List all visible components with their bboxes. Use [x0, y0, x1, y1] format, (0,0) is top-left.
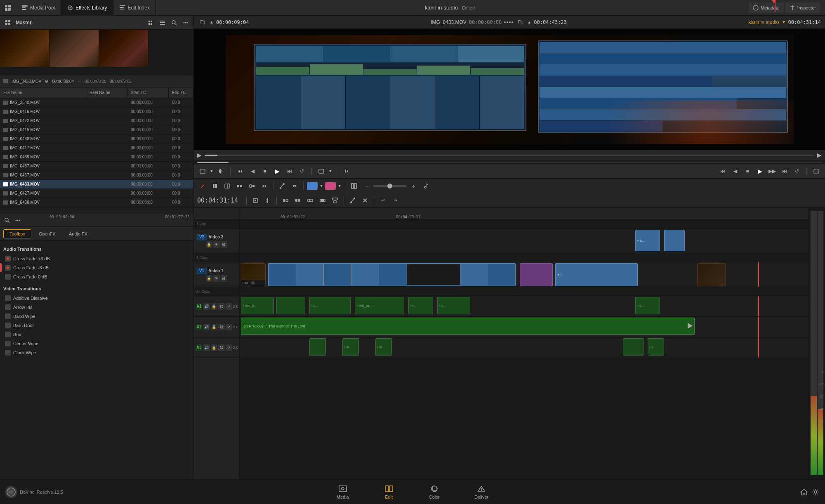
file-row[interactable]: IMG_0468.MOV 00:00:00:00 00:0 — [0, 134, 193, 144]
v1-clip-thumb[interactable]: + IM... — [241, 263, 266, 286]
play-btn[interactable]: ▶ — [272, 166, 283, 177]
nav-color[interactable]: Color — [424, 482, 445, 502]
a3-clip-4[interactable] — [623, 338, 644, 356]
effect-arrow-iris[interactable]: Arrow Iris — [3, 303, 190, 312]
edit-tool-1[interactable] — [210, 181, 220, 191]
stop-btn[interactable]: ■ — [259, 166, 270, 177]
nav-deliver[interactable]: Deliver — [469, 482, 493, 502]
search-effects-btn[interactable] — [2, 216, 12, 225]
a1-curve-btn[interactable]: ↗ — [226, 303, 232, 310]
loop-btn[interactable]: ↺ — [297, 166, 307, 177]
tl-ovr-btn[interactable] — [292, 195, 303, 206]
file-row[interactable]: IMG_0457.MOV 00:00:00:00 00:3 — [0, 162, 193, 171]
settings-btn[interactable] — [811, 488, 820, 497]
a3-curve-btn[interactable]: ↗ — [226, 344, 232, 351]
source-mode-btn[interactable] — [197, 166, 208, 177]
a2-mute-btn[interactable]: 🔒 — [211, 324, 217, 330]
v1-link-btn[interactable]: ⛓ — [221, 275, 227, 282]
v1-clip-end[interactable]: + I... — [555, 263, 638, 286]
tl-ins-btn[interactable] — [280, 195, 291, 206]
a1-mute-btn[interactable]: 🔒 — [211, 303, 217, 310]
tab-openfx[interactable]: OpenFX — [33, 230, 61, 238]
v2-lock-btn[interactable]: 🔒 — [206, 241, 212, 248]
prog-play-btn[interactable]: ▶ — [754, 166, 765, 177]
file-row[interactable]: IMG_3540.MOV 00:00:00:00 00:0 — [0, 98, 193, 107]
skip-start-btn[interactable]: ⏮ — [235, 166, 245, 177]
file-row[interactable]: IMG_0467.MOV 00:00:00:00 00:0 — [0, 171, 193, 180]
inspector-button[interactable]: Inspector — [785, 2, 820, 13]
a3-clip-3[interactable]: + IM — [375, 338, 392, 356]
arrow-tool-btn[interactable]: ↗ — [197, 181, 208, 191]
effect-clock-wipe[interactable]: Clock Wipe — [3, 348, 190, 357]
color-indicator-pink[interactable] — [325, 182, 336, 190]
tl-fit-btn[interactable] — [317, 195, 328, 206]
prog-loop-btn[interactable]: ↺ — [792, 166, 802, 177]
more-pool-btn[interactable] — [181, 18, 190, 27]
effect-crossfade-0[interactable]: Cross Fade 0 dB — [3, 272, 190, 281]
tl-blade-btn[interactable] — [262, 195, 273, 206]
v2-clip-1[interactable]: + S... — [635, 230, 660, 251]
a3-clip-1[interactable] — [309, 338, 326, 356]
tl-cut-btn[interactable] — [347, 195, 358, 206]
effect-crossfade-plus3[interactable]: Cross Fade +3 dB — [3, 254, 190, 263]
a3-speaker-btn[interactable]: 🔊 — [203, 344, 210, 351]
scrub-bar[interactable] — [197, 162, 822, 163]
file-row-selected[interactable]: IMG_0433.MOV 00:00:00:00 00:0 — [0, 180, 193, 189]
file-row[interactable]: IMG_0439.MOV 00:00:00:00 00:0 — [0, 153, 193, 162]
canvas-btn[interactable] — [316, 166, 327, 177]
metadata-button[interactable]: i Metadata — [749, 2, 784, 13]
a1-clip-2[interactable] — [276, 297, 305, 314]
preview-progress[interactable] — [205, 155, 814, 156]
trim-tool[interactable] — [277, 181, 288, 191]
effect-band-wipe[interactable]: Band Wipe — [3, 312, 190, 321]
tl-snap-btn[interactable] — [250, 195, 261, 206]
v1-purple-clip[interactable] — [520, 263, 553, 286]
a2-speaker-btn[interactable]: 🔊 — [203, 324, 210, 330]
a1-clip-3[interactable]: + L... — [309, 297, 351, 314]
v2-link-btn[interactable]: ⛓ — [221, 241, 227, 248]
a3-clip-2[interactable]: + IM — [342, 338, 359, 356]
a1-clip-7[interactable]: + S... — [635, 297, 660, 314]
prog-prev-frame-btn[interactable]: ◀ — [730, 166, 740, 177]
speaker-btn[interactable] — [341, 166, 352, 177]
grid-view-btn[interactable] — [146, 18, 156, 27]
edit-tool-4[interactable] — [247, 181, 257, 191]
prog-skip-start-btn[interactable]: ⏮ — [717, 166, 728, 177]
tl-top-btn[interactable] — [330, 195, 340, 206]
skip-end-btn[interactable]: ⏭ — [284, 166, 295, 177]
prog-next-frame-btn[interactable]: ▶▶ — [767, 166, 778, 177]
v1-eye-btn[interactable]: 👁 — [213, 275, 220, 282]
edit-tool-3[interactable] — [234, 181, 245, 191]
file-row[interactable]: IMG_0415.MOV 00:00:00:00 00:0 — [0, 125, 193, 134]
file-row[interactable]: IMG_0422.MOV 00:00:00:00 00:0 — [0, 116, 193, 125]
workspace-toggle[interactable] — [3, 18, 12, 27]
edit-tool-5[interactable] — [259, 181, 270, 191]
a3-link-btn2[interactable]: ⛓ — [218, 344, 225, 351]
effect-additive-dissolve[interactable]: Additive Dissolve — [3, 294, 190, 303]
tab-toolbox[interactable]: Toolbox — [3, 229, 31, 238]
nav-edit[interactable]: Edit — [379, 482, 399, 502]
prev-frame-btn[interactable]: ◀ — [247, 166, 258, 177]
music-btn[interactable] — [420, 181, 431, 191]
edit-tool-2[interactable] — [222, 181, 233, 191]
file-row[interactable]: IMG_0417.MOV 00:00:00:00 00:0 — [0, 144, 193, 153]
tab-edit-index[interactable]: Edit Index — [113, 0, 156, 16]
more-effects-btn[interactable] — [13, 216, 22, 225]
prog-stop-btn[interactable]: ■ — [742, 166, 753, 177]
home-btn[interactable] — [799, 488, 808, 497]
source-fit-btn[interactable]: Fit — [198, 18, 207, 27]
nav-media[interactable]: Media — [332, 482, 354, 502]
a1-speaker-btn[interactable]: 🔊 — [203, 303, 210, 310]
file-row[interactable]: IMG_0438.MOV 00:00:00:00 00:0 — [0, 198, 193, 207]
a1-clip-4[interactable]: + IMG_04... — [355, 297, 404, 314]
a1-clip-6[interactable]: + L... — [437, 297, 470, 314]
snap-btn[interactable] — [349, 181, 359, 191]
fullscreen-btn[interactable] — [811, 166, 822, 177]
a1-clip-5[interactable]: + I... — [408, 297, 433, 314]
v1-clip-right-thumb[interactable] — [697, 263, 726, 286]
tl-rep-btn[interactable] — [305, 195, 316, 206]
workspace-icon[interactable] — [3, 3, 12, 12]
v2-eye-btn[interactable]: 👁 — [213, 241, 220, 248]
thumbnail-1[interactable] — [0, 30, 50, 67]
zoom-slider[interactable] — [373, 185, 406, 187]
